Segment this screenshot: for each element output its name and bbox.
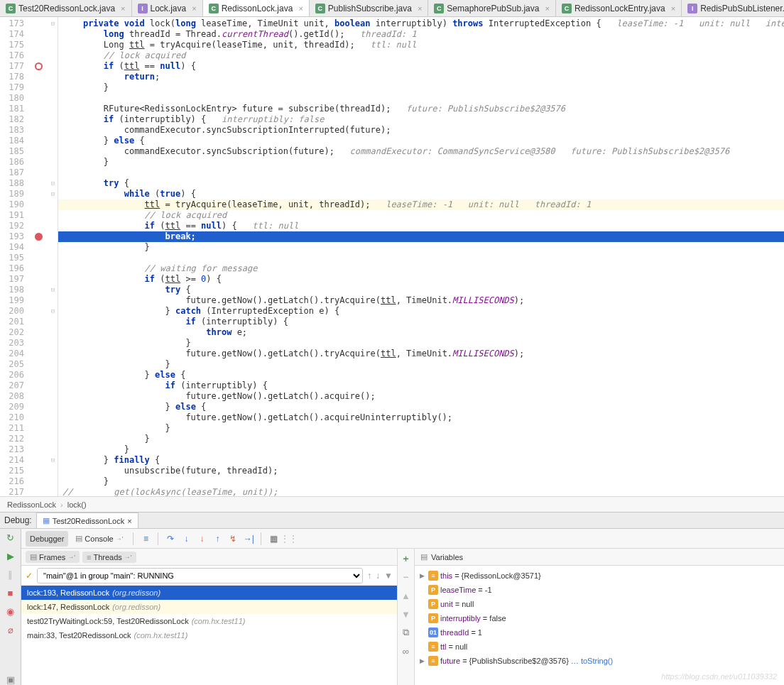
variable-row[interactable]: ▶≡ this = {RedissonLock@3571} [415, 569, 784, 583]
copy-icon[interactable]: ⧉ [401, 627, 412, 638]
code-line[interactable]: if (interruptibly) { [58, 380, 784, 391]
code-line[interactable]: } [58, 476, 784, 487]
code-line[interactable]: break; [58, 231, 784, 242]
filter-icon[interactable]: ▼ [384, 571, 393, 581]
variable-row[interactable]: ▶≡ future = {PublishSubscribe$2@3576} … … [415, 654, 784, 668]
variable-row[interactable]: P interruptibly = false [415, 611, 784, 625]
code-line[interactable]: // waiting for message [58, 263, 784, 274]
run-to-cursor-icon[interactable]: →| [242, 532, 255, 545]
threads-tab[interactable]: ≡Threads→' [82, 552, 136, 563]
file-tab[interactable]: ILock.java× [132, 0, 203, 16]
next-frame-icon[interactable]: ↓ [376, 571, 380, 581]
expand-icon[interactable]: ▶ [418, 657, 426, 664]
up-icon[interactable]: ▲ [401, 590, 412, 601]
code-line[interactable]: commandExecutor.syncSubscription(future)… [58, 146, 784, 157]
mute-breakpoints-icon[interactable]: ⌀ [5, 624, 16, 635]
close-icon[interactable]: × [127, 517, 131, 525]
code-line[interactable]: // lock acquired [58, 210, 784, 221]
console-tab[interactable]: ▤Console→' [71, 531, 127, 547]
code-editor[interactable]: 1731741751761771781791801811821831841851… [0, 17, 784, 496]
view-breakpoints-icon[interactable]: ◉ [5, 605, 16, 617]
stop-icon[interactable]: ■ [5, 587, 16, 598]
code-line[interactable]: RFuture<RedissonLockEntry> future = subs… [58, 104, 784, 114]
breakpoint-ring-icon[interactable] [35, 62, 43, 70]
close-icon[interactable]: × [545, 4, 549, 13]
code-line[interactable]: } [58, 338, 784, 349]
prev-frame-icon[interactable]: ↑ [367, 571, 371, 581]
code-line[interactable]: if (ttl >= 0) { [58, 274, 784, 285]
debug-run-tab[interactable]: ▦ Test20RedissonLock × [36, 513, 138, 528]
code-line[interactable]: throw e; [58, 327, 784, 338]
camera-icon[interactable]: ▣ [5, 674, 16, 685]
code-line[interactable]: } catch (InterruptedException e) { [58, 306, 784, 317]
code-line[interactable]: if (ttl == null) { [58, 61, 784, 72]
code-line[interactable]: } else { [58, 402, 784, 412]
code-line[interactable]: } else { [58, 136, 784, 146]
code-line[interactable]: Long ttl = tryAcquire(leaseTime, unit, t… [58, 40, 784, 50]
gutter-breakpoints[interactable] [28, 17, 48, 496]
close-icon[interactable]: × [418, 4, 422, 13]
code-line[interactable]: unsubscribe(future, threadId); [58, 466, 784, 476]
show-execution-point-icon[interactable]: ≡ [139, 532, 152, 545]
stack-frame[interactable]: lock:193, RedissonLock(org.redisson) [21, 586, 397, 600]
code-line[interactable]: future.getNow().getLatch().acquire(); [58, 391, 784, 402]
code-line[interactable] [58, 93, 784, 104]
glasses-icon[interactable]: ∞ [401, 645, 412, 657]
code-line[interactable]: future.getNow().getLatch().tryAcquire(tt… [58, 349, 784, 359]
down-icon[interactable]: ▼ [401, 608, 412, 620]
crumb-class[interactable]: RedissonLock [7, 500, 56, 509]
debugger-tab[interactable]: Debugger [26, 531, 68, 547]
expand-icon[interactable]: ▶ [418, 572, 426, 579]
file-tab[interactable]: CRedissonLockEntry.java× [556, 0, 682, 16]
close-icon[interactable]: × [121, 4, 125, 13]
code-line[interactable]: long threadId = Thread.currentThread().g… [58, 29, 784, 40]
code-line[interactable]: // lock acquired [58, 50, 784, 61]
step-out-icon[interactable]: ↑ [211, 532, 224, 545]
code-line[interactable] [58, 253, 784, 263]
code-line[interactable]: } [58, 359, 784, 370]
variable-row[interactable]: P leaseTime = -1 [415, 583, 784, 597]
code-line[interactable]: private void lock(long leaseTime, TimeUn… [58, 18, 784, 29]
code-line[interactable]: } [58, 82, 784, 93]
file-tab[interactable]: IRedisPubSubListener.java [682, 0, 784, 16]
code-line[interactable]: } finally { [58, 455, 784, 466]
frames-tab[interactable]: ▤Frames→' [26, 551, 80, 563]
code-line[interactable]: commandExecutor.syncSubscriptionInterrup… [58, 125, 784, 136]
stack-frame[interactable]: lock:147, RedissonLock(org.redisson) [21, 600, 397, 614]
code-line[interactable]: // get(lockAsync(leaseTime, unit)); [58, 487, 784, 496]
code-line[interactable]: try { [58, 178, 784, 189]
code-line[interactable]: future.getNow().getLatch().acquireUninte… [58, 412, 784, 423]
file-tab[interactable]: CPublishSubscribe.java× [310, 0, 429, 16]
stack-frame[interactable]: test02TryWaitingLock:59, Test20RedissonL… [21, 614, 397, 628]
code-line[interactable]: } [58, 157, 784, 168]
file-tab[interactable]: CRedissonLock.java× [203, 0, 310, 16]
rerun-icon[interactable]: ↻ [5, 532, 16, 543]
variable-row[interactable]: P unit = null [415, 597, 784, 611]
stack-frame[interactable]: main:33, Test20RedissonLock(com.hx.test1… [21, 628, 397, 642]
code-line[interactable]: } [58, 242, 784, 253]
force-step-into-icon[interactable]: ↓ [195, 532, 208, 545]
code-line[interactable]: ttl = tryAcquire(leaseTime, unit, thread… [58, 199, 784, 210]
remove-watch-icon[interactable]: － [401, 571, 412, 583]
code-line[interactable]: future.getNow().getLatch().tryAcquire(tt… [58, 295, 784, 306]
evaluate-icon[interactable]: ▦ [267, 532, 280, 545]
tostring-link[interactable]: … toString() [571, 657, 613, 665]
add-watch-icon[interactable]: ＋ [401, 553, 412, 564]
code-line[interactable]: } [58, 434, 784, 444]
code-line[interactable]: while (true) { [58, 189, 784, 199]
code-line[interactable]: if (interruptibly) { interruptibly: fals… [58, 114, 784, 125]
step-into-icon[interactable]: ↓ [180, 532, 192, 545]
pause-icon[interactable]: ∥ [5, 569, 16, 580]
crumb-method[interactable]: lock() [67, 500, 87, 509]
file-tab[interactable]: CTest20RedissonLock.java× [0, 0, 132, 16]
code-line[interactable]: try { [58, 285, 784, 295]
frame-list[interactable]: lock:193, RedissonLock(org.redisson)lock… [21, 586, 397, 685]
close-icon[interactable]: × [298, 4, 303, 13]
close-icon[interactable]: × [671, 4, 675, 13]
code-line[interactable]: } [58, 423, 784, 434]
code-line[interactable]: } [58, 444, 784, 455]
resume-icon[interactable]: ▶ [5, 550, 16, 561]
trace-icon[interactable]: ⋮⋮ [283, 532, 295, 545]
step-over-icon[interactable]: ↷ [164, 532, 177, 545]
gutter-folding[interactable]: ⊟⊟⊟⊟⊟⊟ [48, 17, 58, 496]
